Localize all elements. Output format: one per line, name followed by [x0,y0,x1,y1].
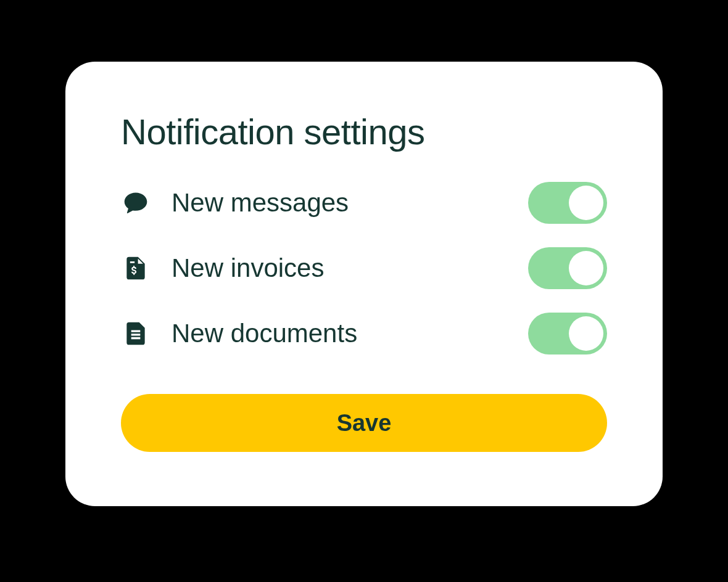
settings-card: Notification settings New messages New i… [65,62,663,506]
setting-row-left: New invoices [121,253,324,283]
setting-label: New documents [172,319,357,348]
setting-row-left: New messages [121,188,349,218]
toggle-knob [569,186,603,220]
message-icon [121,188,151,218]
document-icon [121,319,151,348]
setting-label: New messages [172,188,349,218]
toggle-invoices[interactable] [528,247,607,289]
page-title: Notification settings [121,111,607,152]
toggle-knob [569,316,603,351]
setting-row-invoices: New invoices [121,247,607,289]
invoice-icon [121,253,151,283]
toggle-knob [569,251,603,285]
toggle-messages[interactable] [528,182,607,224]
setting-label: New invoices [172,253,324,283]
actions: Save [121,394,607,452]
setting-row-documents: New documents [121,313,607,355]
toggle-documents[interactable] [528,313,607,355]
save-button[interactable]: Save [121,394,607,452]
setting-row-messages: New messages [121,182,607,224]
setting-row-left: New documents [121,319,357,348]
